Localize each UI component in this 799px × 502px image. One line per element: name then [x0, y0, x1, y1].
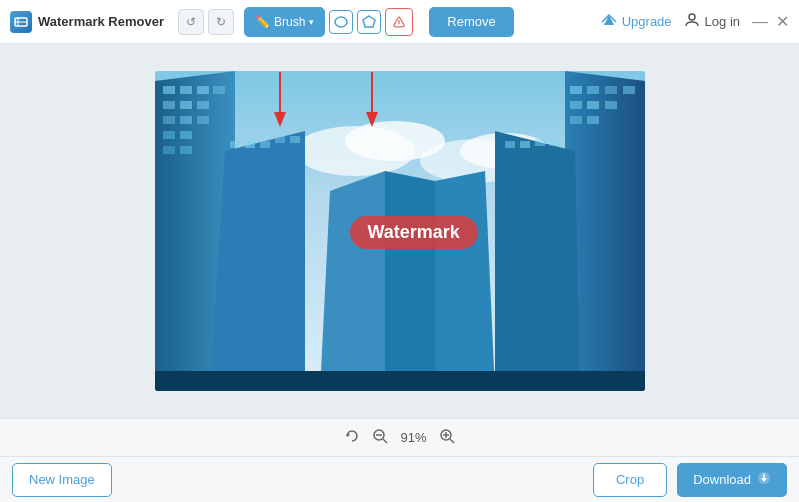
svg-marker-47	[495, 131, 580, 391]
svg-rect-25	[180, 116, 192, 124]
svg-marker-4	[363, 16, 375, 27]
svg-marker-10	[366, 112, 378, 127]
main-content: Watermark	[0, 44, 799, 418]
remove-button[interactable]: Remove	[429, 7, 513, 37]
title-bar: Watermark Remover ↺ ↻ ✏️ Brush ▾ Rem	[0, 0, 799, 44]
svg-rect-21	[163, 101, 175, 109]
svg-rect-50	[535, 139, 545, 146]
brush-icon: ✏️	[255, 15, 270, 29]
svg-rect-35	[275, 136, 285, 143]
svg-line-61	[450, 439, 454, 443]
canvas-container: Watermark	[155, 71, 645, 391]
svg-rect-51	[550, 139, 560, 146]
svg-rect-23	[197, 101, 209, 109]
app-logo: Watermark Remover	[10, 11, 164, 33]
svg-rect-34	[260, 141, 270, 148]
zoom-out-button[interactable]	[372, 428, 388, 447]
nav-back-button[interactable]: ↺	[178, 9, 204, 35]
upgrade-icon	[601, 12, 617, 31]
svg-rect-46	[587, 116, 599, 124]
svg-rect-20	[213, 86, 225, 94]
svg-rect-32	[230, 141, 240, 148]
svg-rect-28	[180, 131, 192, 139]
city-scene	[155, 71, 645, 391]
svg-rect-49	[520, 141, 530, 148]
zoom-bar: 91%	[0, 418, 799, 456]
svg-rect-22	[180, 101, 192, 109]
svg-rect-45	[570, 116, 582, 124]
zoom-in-button[interactable]	[439, 428, 455, 447]
image-frame[interactable]: Watermark	[155, 71, 645, 391]
svg-rect-24	[163, 116, 175, 124]
new-image-button[interactable]: New Image	[12, 463, 112, 497]
footer-bar: New Image Crop Download	[0, 456, 799, 502]
svg-marker-54	[435, 171, 495, 391]
crop-button[interactable]: Crop	[593, 463, 667, 497]
svg-rect-33	[245, 141, 255, 148]
right-arrow	[366, 72, 378, 127]
svg-rect-48	[505, 141, 515, 148]
svg-rect-40	[605, 86, 617, 94]
svg-rect-41	[623, 86, 635, 94]
svg-rect-43	[587, 101, 599, 109]
svg-point-6	[689, 14, 695, 20]
app-logo-icon	[10, 11, 32, 33]
toolbar-tools: ✏️ Brush ▾	[244, 7, 413, 37]
svg-marker-8	[274, 112, 286, 127]
close-button[interactable]: ✕	[776, 14, 789, 30]
svg-marker-56	[347, 433, 350, 437]
login-button[interactable]: Log in	[684, 12, 740, 31]
svg-rect-29	[163, 146, 175, 154]
upgrade-button[interactable]: Upgrade	[601, 12, 672, 31]
svg-rect-55	[155, 371, 645, 391]
svg-marker-53	[385, 171, 435, 391]
svg-rect-38	[570, 86, 582, 94]
brush-tool-button[interactable]: ✏️ Brush ▾	[244, 7, 325, 37]
nav-arrows: ↺ ↻	[178, 9, 234, 35]
footer-right: Crop Download	[593, 463, 787, 497]
minimize-button[interactable]: —	[752, 14, 768, 30]
reset-zoom-button[interactable]	[344, 428, 360, 447]
download-icon	[757, 471, 771, 488]
zoom-value: 91%	[400, 430, 426, 445]
svg-rect-36	[290, 136, 300, 143]
svg-line-58	[383, 439, 387, 443]
svg-point-3	[335, 17, 347, 27]
svg-rect-19	[197, 86, 209, 94]
svg-marker-31	[210, 131, 305, 391]
app-title-text: Watermark Remover	[38, 14, 164, 29]
polygon-tool-button[interactable]	[357, 10, 381, 34]
download-button[interactable]: Download	[677, 463, 787, 497]
svg-rect-18	[180, 86, 192, 94]
nav-forward-button[interactable]: ↻	[208, 9, 234, 35]
erase-tool-button[interactable]	[385, 8, 413, 36]
svg-marker-52	[320, 171, 385, 391]
left-arrow	[274, 72, 286, 127]
user-icon	[684, 12, 700, 31]
window-controls: — ✕	[752, 14, 789, 30]
svg-rect-26	[197, 116, 209, 124]
svg-rect-17	[163, 86, 175, 94]
svg-rect-30	[180, 146, 192, 154]
svg-rect-44	[605, 101, 617, 109]
lasso-tool-button[interactable]	[329, 10, 353, 34]
svg-rect-39	[587, 86, 599, 94]
svg-rect-42	[570, 101, 582, 109]
brush-dropdown-icon: ▾	[309, 17, 314, 27]
svg-rect-27	[163, 131, 175, 139]
